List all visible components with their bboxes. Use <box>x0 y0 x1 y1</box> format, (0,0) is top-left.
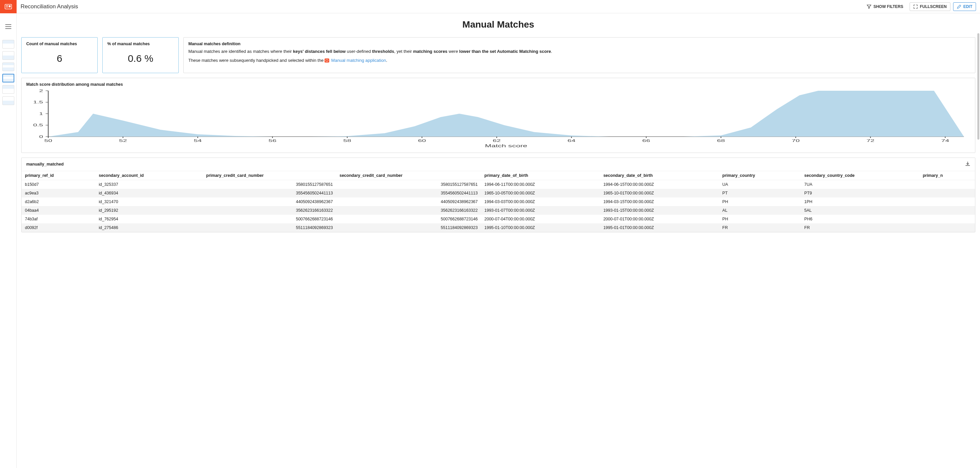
table-card: manually_matched primary_ref_idsecondary… <box>21 158 975 232</box>
table-cell: ac9ea3 <box>22 189 95 197</box>
table-cell: id_325337 <box>95 180 203 189</box>
table-cell: 5007662688723146 <box>336 215 481 224</box>
table-cell: 1994-06-15T00:00:00.000Z <box>600 180 719 189</box>
svg-text:62: 62 <box>493 139 501 142</box>
fullscreen-label: FULLSCREEN <box>920 4 947 9</box>
table-column-header[interactable]: secondary_country_code <box>801 171 920 180</box>
svg-rect-2 <box>6 6 8 7</box>
table-cell <box>920 224 975 232</box>
table-cell: 1965-10-05T00:00:00.000Z <box>481 189 600 197</box>
menu-toggle-icon[interactable] <box>0 20 17 33</box>
table-column-header[interactable]: primary_credit_card_number <box>203 171 336 180</box>
svg-text:Match score: Match score <box>485 144 527 148</box>
scrollbar-thumb[interactable] <box>977 33 979 140</box>
thumbnail-page-5[interactable] <box>2 85 14 94</box>
match-score-chart: 00.511.5250525456586062646668707274Match… <box>26 89 970 149</box>
table-row[interactable]: d2a6b2id_3214704405092438962367440509243… <box>22 197 975 206</box>
kpi-count-label: Count of manual matches <box>26 42 93 46</box>
table-cell: 5511184092869323 <box>203 224 336 232</box>
table-cell: 1965-10-01T00:00:00.000Z <box>600 189 719 197</box>
manually-matched-table: primary_ref_idsecondary_account_idprimar… <box>22 171 975 232</box>
table-row[interactable]: 74b3afid_7629545007662688723146500766268… <box>22 215 975 224</box>
table-cell: FR <box>719 224 801 232</box>
table-cell: UA <box>719 180 801 189</box>
svg-text:50: 50 <box>44 139 52 142</box>
kpi-pct-card: % of manual matches 0.6 % <box>102 37 179 73</box>
table-cell: b150d7 <box>22 180 95 189</box>
table-cell: 5AL <box>801 206 920 215</box>
manual-matching-app-link[interactable]: Manual matching application <box>331 58 386 63</box>
table-cell: 5007662688723146 <box>203 215 336 224</box>
thumbnail-page-6[interactable] <box>2 96 14 105</box>
table-cell: PT <box>719 189 801 197</box>
svg-text:0: 0 <box>39 135 43 139</box>
table-cell: PH <box>719 215 801 224</box>
table-cell: id_762954 <box>95 215 203 224</box>
table-cell: 1995-01-10T00:00:00.000Z <box>481 224 600 232</box>
table-cell: 1994-03-15T00:00:00.000Z <box>600 197 719 206</box>
dashboard-title: Reconciliation Analysis <box>21 3 78 10</box>
definition-line-2: These matches were subsequently handpick… <box>188 57 970 64</box>
svg-text:68: 68 <box>717 139 725 142</box>
table-cell <box>920 215 975 224</box>
table-cell: 3554560502441113 <box>203 189 336 197</box>
download-icon[interactable] <box>960 158 975 171</box>
table-cell: id_436934 <box>95 189 203 197</box>
topbar: Reconciliation Analysis SHOW FILTERS FUL… <box>17 0 980 13</box>
table-column-header[interactable]: secondary_account_id <box>95 171 203 180</box>
table-cell <box>920 189 975 197</box>
table-row[interactable]: 04baa4id_2951923562623166163322356262316… <box>22 206 975 215</box>
table-cell: d2a6b2 <box>22 197 95 206</box>
svg-text:56: 56 <box>269 139 277 142</box>
table-cell: 1993-01-15T00:00:00.000Z <box>600 206 719 215</box>
table-cell: 1994-03-03T00:00:00.000Z <box>481 197 600 206</box>
definition-line-1: Manual matches are identified as matches… <box>188 48 970 55</box>
brand-logo[interactable] <box>0 0 17 13</box>
table-column-header[interactable]: primary_ref_id <box>22 171 95 180</box>
svg-text:58: 58 <box>343 139 351 142</box>
edit-button[interactable]: EDIT <box>953 2 976 11</box>
table-column-header[interactable]: primary_n <box>920 171 975 180</box>
table-cell: id_321470 <box>95 197 203 206</box>
table-cell: 4405092438962367 <box>203 197 336 206</box>
dashboard-content: Manual Matches Count of manual matches 6… <box>17 13 980 468</box>
svg-text:66: 66 <box>642 139 650 142</box>
table-column-header[interactable]: secondary_date_of_birth <box>600 171 719 180</box>
chart-title: Match score distribution among manual ma… <box>26 82 970 87</box>
table-cell: PH6 <box>801 215 920 224</box>
thumbnail-page-1[interactable] <box>2 40 14 48</box>
svg-text:1.5: 1.5 <box>33 101 43 104</box>
page-thumbnails <box>0 40 16 105</box>
thumbnail-page-2[interactable] <box>2 51 14 60</box>
table-title: manually_matched <box>22 158 68 169</box>
svg-rect-3 <box>9 5 11 7</box>
show-filters-label: SHOW FILTERS <box>873 4 903 9</box>
definition-title: Manual matches definition <box>188 42 970 46</box>
fullscreen-button[interactable]: FULLSCREEN <box>910 2 950 11</box>
definition-card: Manual matches definition Manual matches… <box>183 37 975 73</box>
page-title: Manual Matches <box>21 19 975 30</box>
svg-text:0.5: 0.5 <box>33 123 43 127</box>
show-filters-button[interactable]: SHOW FILTERS <box>863 2 907 11</box>
table-cell <box>920 206 975 215</box>
table-cell: 7UA <box>801 180 920 189</box>
svg-rect-1 <box>6 5 8 6</box>
table-row[interactable]: d0092fid_2754865511184092869323551118409… <box>22 224 975 232</box>
svg-text:70: 70 <box>792 139 800 142</box>
table-column-header[interactable]: primary_date_of_birth <box>481 171 600 180</box>
table-row[interactable]: ac9ea3id_4369343554560502441113355456050… <box>22 189 975 197</box>
chart-card: Match score distribution among manual ma… <box>21 78 975 153</box>
kpi-count-value: 6 <box>26 48 93 69</box>
thumbnail-page-3[interactable] <box>2 62 14 71</box>
left-sidebar <box>0 0 17 468</box>
table-column-header[interactable]: primary_country <box>719 171 801 180</box>
table-cell <box>920 180 975 189</box>
table-cell: FR <box>801 224 920 232</box>
thumbnail-page-4[interactable] <box>2 74 14 82</box>
table-column-header[interactable]: secondary_credit_card_number <box>336 171 481 180</box>
table-cell: 3554560502441113 <box>336 189 481 197</box>
table-row[interactable]: b150d7id_3253373580155127587651358015512… <box>22 180 975 189</box>
svg-text:60: 60 <box>418 139 426 142</box>
table-cell: 74b3af <box>22 215 95 224</box>
table-cell: 3562623166163322 <box>203 206 336 215</box>
